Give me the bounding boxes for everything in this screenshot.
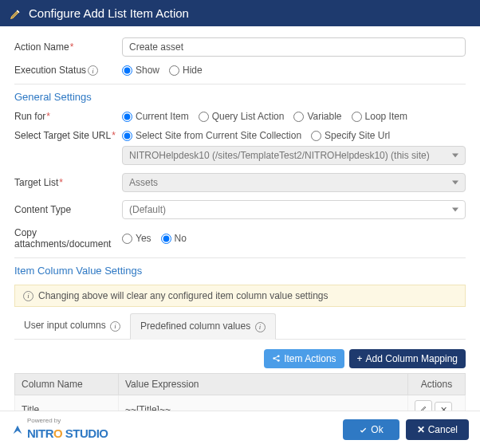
warning-text: Changing above will clear any configured… xyxy=(38,290,329,301)
delete-row-button[interactable]: ✕ xyxy=(435,402,452,411)
content-type-label: Content Type xyxy=(14,204,122,215)
info-icon: i xyxy=(110,321,120,332)
warning-box: i Changing above will clear any configur… xyxy=(14,285,466,307)
titlebar: Configure Add List Item Action xyxy=(0,0,480,26)
action-name-input[interactable] xyxy=(122,37,466,57)
target-site-url-label: Select Target Site URL xyxy=(14,130,122,141)
dialog-title: Configure Add List Item Action xyxy=(29,6,189,20)
nitro-logo: Powered by NITRO STUDIO xyxy=(11,419,108,440)
column-mapping-table: Column Name Value Expression Actions Tit… xyxy=(14,373,466,411)
target-list-label: Target List xyxy=(14,177,122,188)
column-header-expr: Value Expression xyxy=(119,373,408,395)
share-icon xyxy=(272,354,281,363)
copy-attach-no-radio[interactable]: No xyxy=(161,233,187,244)
close-icon: ✕ xyxy=(417,424,425,435)
add-column-mapping-button[interactable]: +Add Column Mapping xyxy=(349,349,466,368)
target-list-dropdown[interactable]: Assets xyxy=(122,173,466,192)
check-icon xyxy=(359,426,368,434)
dialog-body: Action Name Execution Statusi Show Hide … xyxy=(0,26,480,411)
target-site-dropdown[interactable]: NITROHelpdesk10 (/sites/TemplateTest2/NI… xyxy=(122,146,466,165)
info-icon: i xyxy=(23,291,33,301)
pencil-icon xyxy=(419,404,428,411)
run-for-query-radio[interactable]: Query List Action xyxy=(199,111,285,122)
copy-attachments-label: Copy attachments/document xyxy=(14,227,122,250)
exec-status-hide-radio[interactable]: Hide xyxy=(169,65,203,76)
run-for-variable-radio[interactable]: Variable xyxy=(293,111,341,122)
content-type-dropdown[interactable]: (Default) xyxy=(122,200,466,219)
run-for-label: Run for xyxy=(14,111,122,122)
close-icon: ✕ xyxy=(440,405,447,411)
info-icon: i xyxy=(255,322,266,332)
run-for-current-radio[interactable]: Current Item xyxy=(122,111,189,122)
plus-icon: + xyxy=(357,353,363,364)
column-header-actions: Actions xyxy=(408,373,466,395)
logo-icon xyxy=(11,423,24,436)
copy-attach-yes-radio[interactable]: Yes xyxy=(122,233,151,244)
cancel-button[interactable]: ✕ Cancel xyxy=(406,419,469,440)
edit-row-button[interactable] xyxy=(415,400,432,411)
general-settings-heading: General Settings xyxy=(14,84,466,103)
column-header-name: Column Name xyxy=(15,373,119,395)
ok-button[interactable]: Ok xyxy=(343,419,399,440)
column-tabs: User input columns i Predefined column v… xyxy=(14,313,466,339)
dialog: Configure Add List Item Action Action Na… xyxy=(0,0,480,448)
dialog-footer: Powered by NITRO STUDIO Ok ✕ Cancel xyxy=(0,411,480,448)
run-for-loop-radio[interactable]: Loop Item xyxy=(352,111,407,122)
exec-status-show-radio[interactable]: Show xyxy=(122,65,159,76)
item-column-value-heading: Item Column Value Settings xyxy=(14,257,466,277)
action-name-label: Action Name xyxy=(14,41,122,53)
info-icon[interactable]: i xyxy=(88,65,98,76)
target-url-current-coll-radio[interactable]: Select Site from Current Site Collection xyxy=(122,130,301,141)
pencil-icon xyxy=(10,7,22,20)
execution-status-label: Execution Statusi xyxy=(14,65,122,76)
table-row: Title ~~[Title]~~ ✕ xyxy=(15,395,466,411)
tab-predefined[interactable]: Predefined column values i xyxy=(130,313,275,339)
target-url-specify-radio[interactable]: Specify Site Url xyxy=(311,130,390,141)
tab-user-input[interactable]: User input columns i xyxy=(14,313,130,338)
item-actions-button[interactable]: Item Actions xyxy=(264,349,344,368)
